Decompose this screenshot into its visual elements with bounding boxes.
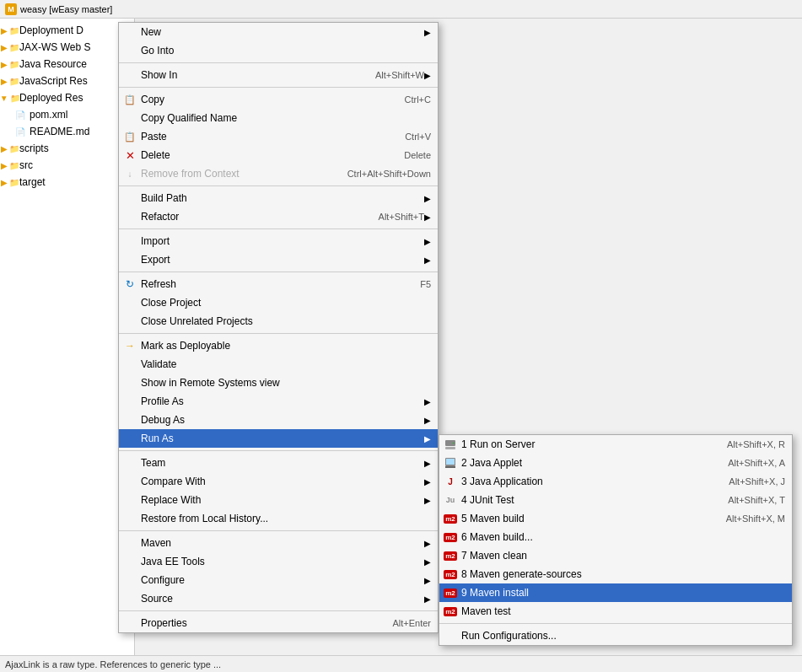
submenu-item-maven-build[interactable]: m2 5 Maven build Alt+Shift+X, M [439, 509, 792, 528]
menu-divider [119, 87, 438, 88]
submenu-item-run-on-server[interactable]: 1 Run on Server Alt+Shift+X, R [439, 435, 792, 454]
menu-item-profile-as[interactable]: Profile As ▶ [119, 392, 438, 411]
sidebar-item-readme-md[interactable]: 📄 README.md [0, 123, 134, 140]
menu-item-refactor[interactable]: Refactor Alt+Shift+T ▶ [119, 207, 438, 226]
menu-item-restore-history[interactable]: Restore from Local History... [119, 509, 438, 528]
menu-item-go-into[interactable]: Go Into [119, 41, 438, 60]
submenu-item-maven-clean[interactable]: m2 7 Maven clean [439, 546, 792, 565]
menu-divider [119, 333, 438, 334]
project-explorer: ▶ 📁 Deployment D ▶ 📁 JAX-WS Web S ▶ 📁 Ja… [0, 19, 135, 672]
sidebar-item-java-resource[interactable]: ▶ 📁 Java Resource [0, 56, 134, 73]
svg-rect-5 [445, 466, 455, 468]
folder-icon: ▼ 📁 [3, 91, 17, 105]
submenu-arrow-icon: ▶ [424, 496, 431, 505]
menu-item-close-unrelated[interactable]: Close Unrelated Projects [119, 312, 438, 331]
submenu-arrow-icon: ▶ [424, 28, 431, 37]
m2-icon: m2 [444, 549, 457, 562]
submenu-item-java-app[interactable]: J 3 Java Application Alt+Shift+X, J [439, 472, 792, 491]
menu-divider [119, 450, 438, 451]
menu-item-new[interactable]: New ▶ [119, 23, 438, 41]
menu-item-maven[interactable]: Maven ▶ [119, 534, 438, 552]
sidebar-item-scripts[interactable]: ▶ 📁 scripts [0, 140, 134, 157]
submenu-item-maven-test[interactable]: m2 Maven test [439, 602, 792, 621]
sidebar-item-label: JavaScript Res [19, 75, 88, 87]
menu-item-source[interactable]: Source ▶ [119, 589, 438, 608]
sidebar-item-label: README.md [30, 126, 89, 137]
m2-icon: m2 [444, 605, 457, 618]
sidebar-item-label: Deployed Res [19, 92, 83, 104]
menu-item-validate[interactable]: Validate [119, 355, 438, 374]
submenu-item-run-configs[interactable]: Run Configurations... [439, 626, 792, 645]
menu-item-build-path[interactable]: Build Path ▶ [119, 189, 438, 207]
submenu-arrow-icon: ▶ [424, 255, 431, 265]
menu-divider [119, 530, 438, 531]
sidebar-item-src[interactable]: ▶ 📁 src [0, 157, 134, 174]
submenu-arrow-icon: ▶ [424, 212, 431, 222]
menu-item-mark-deployable[interactable]: → Mark as Deployable [119, 336, 438, 355]
menu-item-export[interactable]: Export ▶ [119, 250, 438, 269]
submenu-run-as: 1 Run on Server Alt+Shift+X, R 2 Java Ap… [439, 434, 793, 646]
menu-item-show-remote[interactable]: Show in Remote Systems view [119, 374, 438, 392]
menu-item-close-project[interactable]: Close Project [119, 293, 438, 312]
folder-icon: ▶ 📁 [3, 142, 17, 155]
app-icon: M [5, 3, 17, 15]
menu-item-java-ee-tools[interactable]: Java EE Tools ▶ [119, 552, 438, 571]
menu-item-run-as[interactable]: Run As ▶ [119, 429, 438, 448]
context-menu: New ▶ Go Into Show In Alt+Shift+W ▶ 📋 Co… [118, 22, 439, 633]
menu-item-show-in[interactable]: Show In Alt+Shift+W ▶ [119, 66, 438, 84]
sidebar-item-deployed-res[interactable]: ▼ 📁 Deployed Res [0, 89, 134, 106]
sidebar-item-jax-ws[interactable]: ▶ 📁 JAX-WS Web S [0, 39, 134, 56]
submenu-arrow-icon: ▶ [424, 434, 431, 444]
submenu-item-maven-gen[interactable]: m2 8 Maven generate-sources [439, 565, 792, 583]
submenu-arrow-icon: ▶ [424, 594, 431, 604]
sidebar-item-deployment-d[interactable]: ▶ 📁 Deployment D [0, 22, 134, 39]
deploy-icon: → [123, 339, 137, 352]
menu-divider [119, 610, 438, 611]
folder-icon: ▶ 📁 [3, 159, 17, 172]
m2-icon: m2 [444, 530, 457, 544]
submenu-arrow-icon: ▶ [424, 576, 431, 585]
status-bar: AjaxLink is a raw type. References to ge… [0, 655, 802, 672]
svg-point-2 [453, 443, 455, 444]
submenu-arrow-icon: ▶ [424, 477, 431, 487]
sidebar-item-label: Deployment D [19, 24, 83, 36]
submenu-item-java-applet[interactable]: 2 Java Applet Alt+Shift+X, A [439, 454, 792, 472]
window-title: weasy [wEasy master] [20, 4, 112, 14]
menu-divider [119, 62, 438, 63]
menu-item-refresh[interactable]: ↻ Refresh F5 [119, 275, 438, 293]
menu-item-replace-with[interactable]: Replace With ▶ [119, 491, 438, 509]
submenu-item-maven-build2[interactable]: m2 6 Maven build... [439, 528, 792, 546]
menu-item-properties[interactable]: Properties Alt+Enter [119, 614, 438, 632]
delete-icon: ✕ [123, 148, 137, 162]
submenu-item-maven-install[interactable]: m2 9 Maven install [439, 583, 792, 602]
sidebar-item-label: pom.xml [30, 109, 67, 121]
menu-item-import[interactable]: Import ▶ [119, 232, 438, 250]
server-icon [444, 438, 457, 451]
menu-divider [119, 228, 438, 229]
menu-divider [119, 271, 438, 272]
m2-icon: m2 [444, 586, 457, 599]
menu-item-compare-with[interactable]: Compare With ▶ [119, 472, 438, 491]
menu-item-remove-context[interactable]: ↓ Remove from Context Ctrl+Alt+Shift+Dow… [119, 164, 438, 183]
submenu-item-junit[interactable]: Ju 4 JUnit Test Alt+Shift+X, T [439, 491, 792, 509]
submenu-arrow-icon: ▶ [424, 397, 431, 406]
folder-icon: ▶ 📁 [3, 175, 17, 189]
menu-item-configure[interactable]: Configure ▶ [119, 571, 438, 589]
menu-item-debug-as[interactable]: Debug As ▶ [119, 411, 438, 429]
menu-item-copy-qualified[interactable]: Copy Qualified Name [119, 109, 438, 127]
status-text: AjaxLink is a raw type. References to ge… [5, 659, 221, 669]
menu-item-copy[interactable]: 📋 Copy Ctrl+C [119, 90, 438, 109]
submenu-arrow-icon: ▶ [424, 459, 431, 468]
sidebar-item-target[interactable]: ▶ 📁 target [0, 174, 134, 191]
menu-item-paste[interactable]: 📋 Paste Ctrl+V [119, 127, 438, 146]
sidebar-item-javascript-res[interactable]: ▶ 📁 JavaScript Res [0, 73, 134, 89]
applet-icon [444, 456, 457, 470]
folder-icon: ▶ 📁 [3, 24, 17, 37]
m2-icon: m2 [444, 567, 457, 581]
submenu-arrow-icon: ▶ [424, 194, 431, 203]
menu-item-delete[interactable]: ✕ Delete Delete [119, 146, 438, 164]
menu-item-team[interactable]: Team ▶ [119, 454, 438, 472]
sidebar-item-pom-xml[interactable]: 📄 pom.xml [0, 106, 134, 123]
m2-icon: m2 [444, 512, 457, 525]
menu-divider [119, 185, 438, 186]
